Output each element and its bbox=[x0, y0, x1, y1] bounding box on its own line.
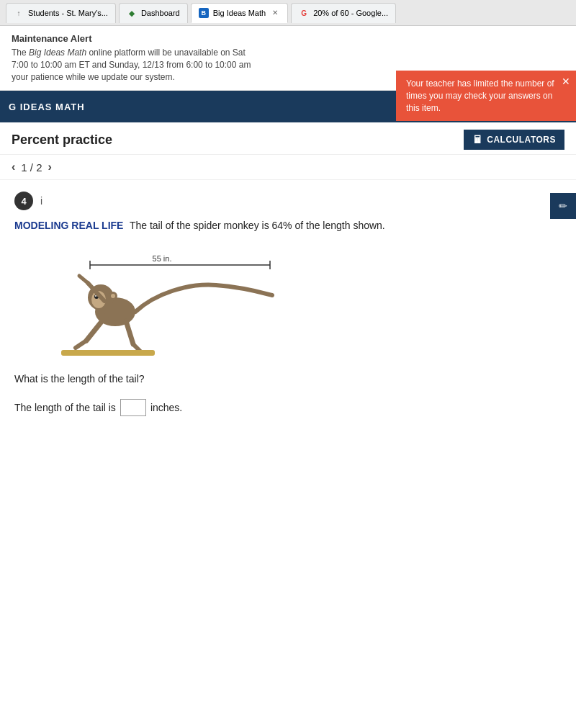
page-info: 1 / 2 bbox=[21, 161, 42, 174]
tab-dashboard[interactable]: ◆ Dashboard bbox=[119, 3, 188, 23]
tab-favicon-dashboard: ◆ bbox=[127, 8, 137, 18]
svg-point-8 bbox=[95, 295, 96, 297]
answer-input[interactable] bbox=[120, 399, 146, 416]
svg-line-13 bbox=[126, 321, 133, 344]
svg-line-12 bbox=[76, 341, 86, 348]
maintenance-text-part4: your patience while we update our system… bbox=[12, 72, 175, 82]
svg-line-17 bbox=[79, 276, 88, 283]
answer-suffix: inches. bbox=[150, 402, 182, 413]
page-navigation: ‹ 1 / 2 › bbox=[0, 155, 576, 180]
problem-text: The tail of the spider monkey is 64% of … bbox=[130, 220, 385, 231]
tab-students[interactable]: ↑ Students - St. Mary's... bbox=[6, 3, 116, 23]
question-number-row: 4 i bbox=[14, 192, 562, 210]
nav-brand: G IDEAS MATH bbox=[9, 102, 85, 112]
next-page-button[interactable]: › bbox=[48, 161, 52, 174]
svg-line-11 bbox=[86, 315, 107, 341]
modeling-label: MODELING REAL LIFE bbox=[14, 220, 123, 231]
tools-icon: ✏ bbox=[559, 200, 567, 212]
maintenance-text-part2: online platform will be unavailable on S… bbox=[86, 48, 246, 58]
monkey-figure: 55 in. bbox=[22, 243, 281, 359]
tab-label-google: 20% of 60 - Google... bbox=[313, 9, 388, 17]
maintenance-text-part3: 7:00 to 10:00 am ET and Sunday, 12/13 fr… bbox=[12, 60, 251, 70]
svg-point-10 bbox=[111, 294, 115, 298]
maintenance-text-part1: The bbox=[12, 48, 29, 58]
info-icon[interactable]: i bbox=[40, 195, 42, 207]
current-page: 1 bbox=[21, 161, 27, 174]
page-separator: / bbox=[30, 161, 36, 174]
tab-label-bigideas: Big Ideas Math bbox=[213, 9, 266, 17]
main-content: 4 i MODELING REAL LIFE The tail of the s… bbox=[0, 180, 576, 428]
question-text: What is the length of the tail? bbox=[14, 373, 562, 385]
page-title: Percent practice bbox=[12, 132, 112, 148]
tab-label-dashboard: Dashboard bbox=[141, 9, 180, 17]
svg-text:55 in.: 55 in. bbox=[153, 254, 172, 263]
tab-favicon-students: ↑ bbox=[14, 8, 24, 18]
svg-rect-15 bbox=[61, 350, 155, 356]
answer-line: The length of the tail is inches. bbox=[14, 399, 562, 416]
tab-bigideas[interactable]: B Big Ideas Math ✕ bbox=[191, 3, 288, 23]
teacher-alert-close[interactable]: ✕ bbox=[562, 75, 570, 89]
tools-button[interactable]: ✏ bbox=[550, 193, 576, 219]
calculators-label: CALCULATORS bbox=[487, 135, 556, 145]
tab-favicon-google: G bbox=[299, 8, 309, 18]
total-pages: 2 bbox=[36, 161, 42, 174]
maintenance-bar: Maintenance Alert The Big Ideas Math onl… bbox=[0, 26, 576, 91]
prev-page-button[interactable]: ‹ bbox=[12, 161, 15, 174]
problem-statement: MODELING REAL LIFE The tail of the spide… bbox=[14, 219, 562, 232]
teacher-alert-popup: ✕ Your teacher has limited the number of… bbox=[396, 71, 576, 121]
calculator-icon: 🖩 bbox=[472, 134, 483, 145]
answer-prefix: The length of the tail is bbox=[14, 402, 116, 413]
monkey-svg: 55 in. bbox=[22, 243, 281, 359]
tab-close-bigideas[interactable]: ✕ bbox=[270, 8, 280, 18]
browser-tab-bar: ↑ Students - St. Mary's... ◆ Dashboard B… bbox=[0, 0, 576, 26]
calculators-button[interactable]: 🖩 CALCULATORS bbox=[464, 130, 564, 150]
tab-label-students: Students - St. Mary's... bbox=[28, 9, 108, 17]
page-header: Percent practice 🖩 CALCULATORS bbox=[0, 122, 576, 155]
maintenance-title: Maintenance Alert bbox=[12, 33, 564, 44]
maintenance-brand: Big Ideas Math bbox=[29, 48, 86, 58]
tab-google[interactable]: G 20% of 60 - Google... bbox=[291, 3, 396, 23]
tab-favicon-bigideas: B bbox=[199, 8, 209, 18]
question-number-badge: 4 bbox=[14, 192, 33, 210]
teacher-alert-text: Your teacher has limited the number of t… bbox=[406, 78, 554, 113]
